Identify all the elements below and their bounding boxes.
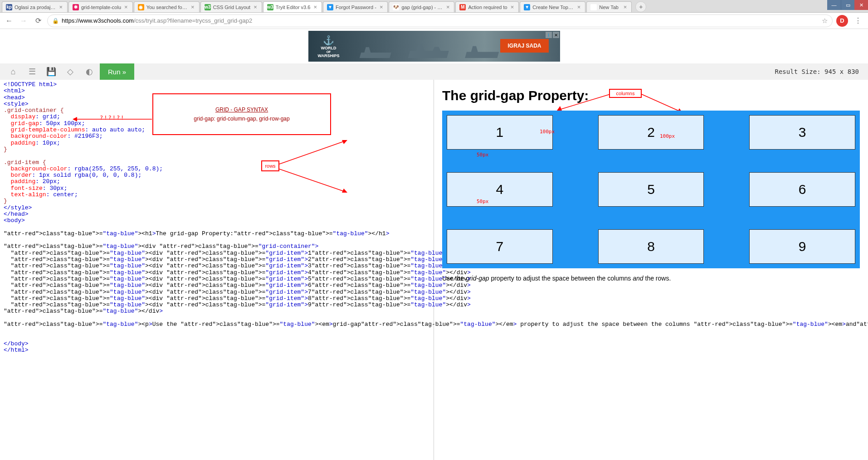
ad-cta-button[interactable]: IGRAJ SADA <box>500 39 548 53</box>
url-bar[interactable]: 🔒 https://www.w3schools.com/css/tryit.as… <box>47 15 833 27</box>
browser-tab[interactable]: w3CSS Grid Layout× <box>200 1 262 12</box>
ad-logo-text: WORLD <box>321 46 336 50</box>
address-bar-row: ← → ⟳ 🔒 https://www.w3schools.com/css/tr… <box>0 13 868 29</box>
tab-title: New Tab <box>599 5 620 10</box>
browser-tab[interactable]: ▼Forgot Password - × <box>323 1 388 12</box>
tab-favicon-icon: ▼ <box>327 4 333 10</box>
annotation-gap-label: 50px <box>477 199 489 204</box>
ad-banner[interactable]: ⚓ WORLD OF WARSHIPS IGRAJ SADA i ✕ <box>308 31 560 62</box>
annotation-gap-label: 100px <box>540 129 555 135</box>
tab-favicon-icon: ✱ <box>73 4 79 10</box>
window-maximize-button[interactable]: ▭ <box>841 0 854 10</box>
result-pane: The grid-gap Property: columns 100px 100… <box>434 80 868 460</box>
ad-logo: ⚓ WORLD OF WARSHIPS <box>308 35 349 58</box>
tab-favicon-icon: kp <box>6 4 12 10</box>
annotation-gap-label: 50px <box>477 152 489 158</box>
result-description: Use the grid-gap property to adjust the … <box>442 275 860 282</box>
svg-marker-7 <box>557 106 562 111</box>
ad-info-icon[interactable]: i <box>546 32 552 38</box>
tab-close-icon[interactable]: × <box>123 4 129 10</box>
tab-favicon-icon: w3 <box>205 4 211 10</box>
result-size-label: Result Size: 945 x 830 <box>775 68 864 75</box>
tab-favicon-icon <box>590 4 597 10</box>
grid-container: 100px 100px 50px 50px 123456789 <box>442 111 860 268</box>
theme-icon[interactable]: ◐ <box>81 63 98 80</box>
browser-menu-icon[interactable]: ⋮ <box>852 16 864 25</box>
back-button[interactable]: ← <box>4 15 15 26</box>
tab-strip: kpOglasi za prodaju st×✱grid-template-co… <box>0 0 868 13</box>
grid-item: 4 <box>447 172 553 207</box>
tab-title: grid-template-colu <box>81 5 121 10</box>
tab-title: Tryit Editor v3.6 <box>276 5 311 10</box>
ad-close-icon[interactable]: ✕ <box>553 32 559 38</box>
annotation-body: grid-gap: grid-column-gap, grid-row-gap <box>194 116 289 122</box>
tab-close-icon[interactable]: × <box>510 4 515 10</box>
tab-title: Action required to <box>468 5 507 10</box>
menu-icon[interactable]: ☰ <box>24 63 41 80</box>
result-heading: The grid-gap Property: <box>442 88 860 103</box>
browser-tab[interactable]: ▼Create New Topic -× <box>520 1 585 12</box>
tab-favicon-icon: 🐶 <box>393 4 399 10</box>
ad-banner-container: ⚓ WORLD OF WARSHIPS IGRAJ SADA i ✕ <box>0 29 868 63</box>
window-close-button[interactable]: ✕ <box>854 0 868 10</box>
home-icon[interactable]: ⌂ <box>5 63 22 80</box>
grid-item: 8 <box>598 229 704 264</box>
tab-close-icon[interactable]: × <box>379 4 384 10</box>
forward-button[interactable]: → <box>18 15 29 26</box>
run-button[interactable]: Run » <box>100 63 134 80</box>
window-minimize-button[interactable]: — <box>827 0 841 10</box>
rotate-icon[interactable]: ◇ <box>62 63 79 80</box>
tab-close-icon[interactable]: × <box>576 4 582 10</box>
tab-close-icon[interactable]: × <box>253 4 258 10</box>
reload-button[interactable]: ⟳ <box>33 15 44 26</box>
grid-item: 9 <box>749 229 855 264</box>
browser-tab[interactable]: ◉You searched for gr× <box>134 1 200 12</box>
editor-toolbar: ⌂ ☰ 💾 ◇ ◐ Run » Result Size: 945 x 830 <box>0 63 868 80</box>
grid-item: 5 <box>598 172 704 207</box>
annotation-exclaim: ?!?!?! <box>100 115 125 121</box>
grid-item: 6 <box>749 172 855 207</box>
browser-tab[interactable]: New Tab× <box>586 1 632 12</box>
grid-item: 2 <box>598 115 704 150</box>
tab-title: Create New Topic - <box>532 5 574 10</box>
profile-avatar[interactable]: D <box>836 15 848 27</box>
grid-item: 3 <box>749 115 855 150</box>
annotation-title: GRID - GAP SYNTAX <box>215 107 268 113</box>
new-tab-button[interactable]: + <box>635 1 646 12</box>
browser-tab[interactable]: w3Tryit Editor v3.6× <box>263 1 322 12</box>
tab-title: You searched for gr <box>146 5 188 10</box>
url-path: /css/tryit.asp?filename=trycss_grid_grid… <box>134 17 252 24</box>
annotation-syntax-box: GRID - GAP SYNTAX grid-gap: grid-column-… <box>152 93 331 135</box>
tab-title: Oglasi za prodaju st <box>15 5 56 10</box>
tab-favicon-icon: ◉ <box>138 4 144 10</box>
ad-logo-text: OF <box>327 50 331 53</box>
annotation-rows-box: rows <box>261 160 279 171</box>
tab-close-icon[interactable]: × <box>58 4 63 10</box>
tab-close-icon[interactable]: × <box>312 4 318 10</box>
tab-title: Forgot Password - <box>336 5 376 10</box>
tab-close-icon[interactable]: × <box>190 4 195 10</box>
tab-favicon-icon: w3 <box>267 4 273 10</box>
annotation-gap-label: 100px <box>660 133 675 139</box>
window-controls: — ▭ ✕ <box>827 0 868 10</box>
grid-item: 1 <box>447 115 553 150</box>
tab-favicon-icon: M <box>459 4 466 10</box>
tab-close-icon[interactable]: × <box>623 4 628 10</box>
tab-close-icon[interactable]: × <box>445 4 451 10</box>
bookmark-star-icon[interactable]: ☆ <box>822 17 828 25</box>
browser-tab[interactable]: 🐶gap (grid-gap) - CS× <box>389 1 454 12</box>
url-domain: https://www.w3schools.com <box>62 17 134 24</box>
tab-title: CSS Grid Layout <box>213 5 251 10</box>
lock-icon: 🔒 <box>52 18 59 24</box>
url-text: https://www.w3schools.com/css/tryit.asp?… <box>62 17 819 24</box>
save-icon[interactable]: 💾 <box>43 63 60 80</box>
grid-item: 7 <box>447 229 553 264</box>
code-pane[interactable]: <!DOCTYPE html> <html> <head> <style> .g… <box>0 80 434 460</box>
annotation-columns-box: columns <box>609 89 642 98</box>
tab-favicon-icon: ▼ <box>524 4 530 10</box>
browser-tab[interactable]: kpOglasi za prodaju st× <box>2 1 68 12</box>
browser-tab[interactable]: ✱grid-template-colu× <box>68 1 133 12</box>
browser-tab[interactable]: MAction required to × <box>455 1 519 12</box>
ad-logo-text: WARSHIPS <box>317 53 339 58</box>
anchor-icon: ⚓ <box>323 35 334 46</box>
